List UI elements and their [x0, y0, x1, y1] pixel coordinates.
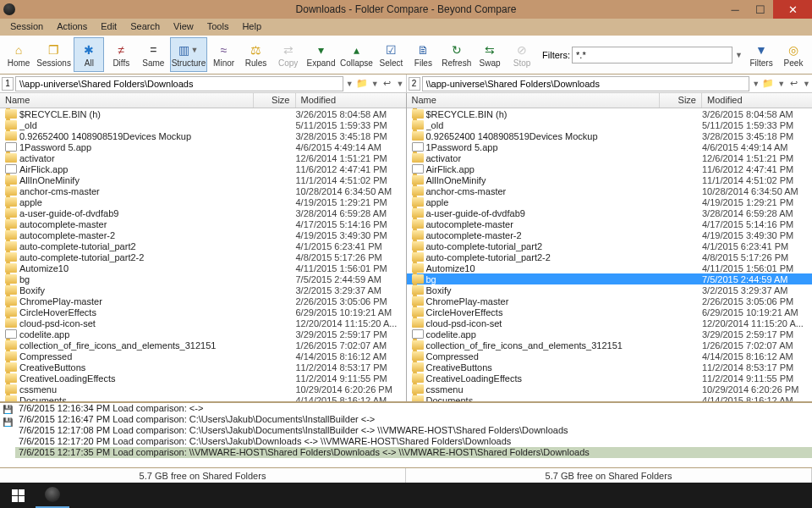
file-row[interactable]: collection_of_fire_icons_and_elements_31…: [407, 340, 813, 351]
browse-dropdown-icon[interactable]: ▼: [371, 80, 379, 88]
file-list-right[interactable]: $RECYCLE.BIN (h)3/26/2015 8:04:58 AM_old…: [407, 108, 813, 401]
history-back-icon[interactable]: ↩: [787, 77, 800, 91]
files-button[interactable]: 🗎Files: [408, 37, 438, 72]
peek-button[interactable]: ◎Peek: [778, 37, 809, 72]
file-row[interactable]: activator12/6/2014 1:51:21 PM: [0, 152, 406, 163]
file-row[interactable]: auto-complete-tutorial_part24/1/2015 6:2…: [407, 240, 813, 251]
refresh-button[interactable]: ↻Refresh: [440, 37, 473, 72]
log-line[interactable]: 7/6/2015 12:17:08 PM Load comparison: C:…: [15, 425, 812, 436]
file-row[interactable]: Automize104/11/2015 1:56:01 PM: [407, 262, 813, 273]
filters-input[interactable]: [572, 47, 732, 64]
column-header[interactable]: Name Size Modified: [0, 93, 406, 108]
col-size[interactable]: Size: [254, 93, 296, 108]
pane-number-left[interactable]: 1: [2, 77, 14, 91]
log-line[interactable]: 7/6/2015 12:17:20 PM Load comparison: C:…: [15, 436, 812, 447]
history-dropdown-icon[interactable]: ▼: [397, 80, 404, 88]
file-row[interactable]: Documents4/14/2015 8:16:12 AM: [0, 395, 406, 401]
file-row[interactable]: $RECYCLE.BIN (h)3/26/2015 8:04:58 AM: [0, 108, 406, 119]
file-row[interactable]: Automize104/11/2015 1:56:01 PM: [0, 262, 406, 273]
menu-edit[interactable]: Edit: [94, 19, 123, 36]
structure-button[interactable]: ▥▼Structure: [170, 37, 206, 72]
file-row[interactable]: bg7/5/2015 2:44:59 AM: [0, 273, 406, 284]
file-row[interactable]: auto-complete-tutorial_part2-24/8/2015 5…: [407, 251, 813, 262]
diffs-button[interactable]: ≠Diffs: [106, 37, 136, 72]
menu-actions[interactable]: Actions: [50, 19, 94, 36]
file-row[interactable]: auto-complete-tutorial_part24/1/2015 6:2…: [0, 240, 406, 251]
path-dropdown-icon[interactable]: ▼: [752, 80, 760, 88]
log-line[interactable]: 7/6/2015 12:17:35 PM Load comparison: \\…: [15, 447, 812, 458]
rules-button[interactable]: ⚖Rules: [241, 37, 272, 72]
sessions-button[interactable]: ❐Sessions: [36, 37, 72, 72]
file-row[interactable]: Documents4/14/2015 8:16:12 AM: [407, 395, 813, 401]
file-row[interactable]: apple4/19/2015 1:29:21 PM: [407, 196, 813, 207]
file-row[interactable]: CreativeButtons11/2/2014 8:53:17 PM: [407, 362, 813, 373]
file-row[interactable]: AirFlick.app11/6/2012 4:47:41 PM: [0, 163, 406, 174]
file-row[interactable]: Boxify3/2/2015 3:29:37 AM: [0, 284, 406, 295]
same-button[interactable]: =Same: [138, 37, 168, 72]
browse-icon[interactable]: 📁: [355, 77, 369, 91]
file-row[interactable]: anchor-cms-master10/28/2014 6:34:50 AM: [0, 185, 406, 196]
file-row[interactable]: Compressed4/14/2015 8:16:12 AM: [0, 351, 406, 362]
file-row[interactable]: bg7/5/2015 2:44:59 AM: [407, 273, 813, 284]
file-row[interactable]: codelite.app3/29/2015 2:59:17 PM: [407, 329, 813, 340]
file-row[interactable]: AllInOneMinify11/1/2014 4:51:02 PM: [407, 174, 813, 185]
log-lines[interactable]: 7/6/2015 12:16:34 PM Load comparison: <-…: [15, 403, 812, 467]
menu-view[interactable]: View: [167, 19, 200, 36]
file-row[interactable]: a-user-guide-of-dvdfab93/28/2014 6:59:28…: [0, 207, 406, 218]
file-row[interactable]: 0.92652400 1408908519Devices Mockup3/28/…: [407, 130, 813, 141]
menu-help[interactable]: Help: [235, 19, 268, 36]
file-row[interactable]: CircleHoverEffects6/29/2015 10:19:21 AM: [407, 306, 813, 318]
history-dropdown-icon[interactable]: ▼: [803, 80, 810, 88]
save-log-alt-icon[interactable]: 💾: [3, 417, 14, 428]
col-name[interactable]: Name: [407, 93, 661, 108]
pane-number-right[interactable]: 2: [409, 77, 420, 91]
menu-session[interactable]: Session: [3, 19, 50, 36]
expand-button[interactable]: ▾Expand: [305, 37, 337, 72]
start-button[interactable]: [0, 483, 36, 508]
file-row[interactable]: Boxify3/2/2015 3:29:37 AM: [407, 284, 813, 295]
file-row[interactable]: 1Password 5.app4/6/2015 4:49:14 AM: [0, 141, 406, 152]
file-row[interactable]: CreativeLoadingEffects11/2/2014 9:11:55 …: [407, 373, 813, 384]
menu-search[interactable]: Search: [123, 19, 167, 36]
file-row[interactable]: 1Password 5.app4/6/2015 4:49:14 AM: [407, 141, 813, 152]
file-row[interactable]: apple4/19/2015 1:29:21 PM: [0, 196, 406, 207]
col-name[interactable]: Name: [0, 93, 254, 108]
history-back-icon[interactable]: ↩: [381, 77, 394, 91]
collapse-button[interactable]: ▴Collapse: [338, 37, 374, 72]
file-row[interactable]: activator12/6/2014 1:51:21 PM: [407, 152, 813, 163]
menu-tools[interactable]: Tools: [200, 19, 236, 36]
file-row[interactable]: ChromePlay-master2/26/2015 3:05:06 PM: [407, 295, 813, 306]
file-row[interactable]: $RECYCLE.BIN (h)3/26/2015 8:04:58 AM: [407, 108, 813, 119]
file-row[interactable]: autocomplete-master4/17/2015 5:14:16 PM: [407, 218, 813, 229]
file-row[interactable]: collection_of_fire_icons_and_elements_31…: [0, 340, 406, 351]
file-row[interactable]: codelite.app3/29/2015 2:59:17 PM: [0, 329, 406, 340]
col-modified[interactable]: Modified: [296, 93, 406, 108]
swap-button[interactable]: ⇆Swap: [475, 37, 505, 72]
file-row[interactable]: a-user-guide-of-dvdfab93/28/2014 6:59:28…: [407, 207, 813, 218]
file-row[interactable]: Compressed4/14/2015 8:16:12 AM: [407, 351, 813, 362]
file-row[interactable]: _old5/11/2015 1:59:33 PM: [0, 119, 406, 130]
file-row[interactable]: AirFlick.app11/6/2012 4:47:41 PM: [407, 163, 813, 174]
log-line[interactable]: 7/6/2015 12:16:47 PM Load comparison: C:…: [15, 414, 812, 425]
path-dropdown-icon[interactable]: ▼: [346, 80, 354, 88]
home-button[interactable]: ⌂Home: [3, 37, 34, 72]
file-row[interactable]: cloud-psd-icon-set12/20/2014 11:15:20 A.…: [407, 318, 813, 329]
path-input-left[interactable]: [15, 76, 343, 91]
column-header[interactable]: Name Size Modified: [407, 93, 813, 108]
maximize-button[interactable]: ☐: [748, 0, 773, 19]
file-row[interactable]: cssmenu10/29/2014 6:20:26 PM: [0, 384, 406, 395]
taskbar-app-icon[interactable]: [36, 483, 69, 508]
file-row[interactable]: autocomplete-master-24/19/2015 3:49:30 P…: [0, 229, 406, 240]
browse-dropdown-icon[interactable]: ▼: [777, 80, 785, 88]
filters-dropdown-icon[interactable]: ▼: [735, 51, 743, 59]
log-line[interactable]: 7/6/2015 12:16:34 PM Load comparison: <-…: [15, 403, 812, 414]
minor-button[interactable]: ≈Minor: [209, 37, 239, 72]
file-row[interactable]: CircleHoverEffects6/29/2015 10:19:21 AM: [0, 306, 406, 318]
file-row[interactable]: ChromePlay-master2/26/2015 3:05:06 PM: [0, 295, 406, 306]
filters-btn-button[interactable]: ▼Filters: [746, 37, 776, 72]
file-row[interactable]: 0.92652400 1408908519Devices Mockup3/28/…: [0, 130, 406, 141]
file-row[interactable]: anchor-cms-master10/28/2014 6:34:50 AM: [407, 185, 813, 196]
file-list-left[interactable]: $RECYCLE.BIN (h)3/26/2015 8:04:58 AM_old…: [0, 108, 406, 401]
file-row[interactable]: cssmenu10/29/2014 6:20:26 PM: [407, 384, 813, 395]
path-input-right[interactable]: [422, 76, 750, 91]
